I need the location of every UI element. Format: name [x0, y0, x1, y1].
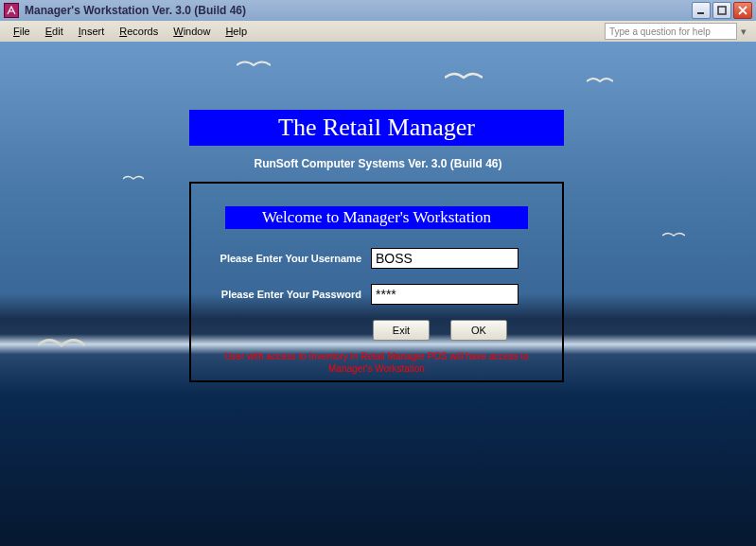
password-label: Please Enter Your Password	[201, 289, 371, 300]
welcome-banner: Welcome to Manager's Workstation	[225, 206, 528, 229]
help-search-input[interactable]: Type a question for help	[605, 23, 737, 40]
svg-rect-0	[697, 12, 704, 14]
menu-insert[interactable]: Insert	[71, 24, 113, 39]
minimize-button[interactable]	[692, 2, 711, 19]
password-input[interactable]	[371, 284, 519, 305]
window-title: Manager's Workstation Ver. 3.0 (Build 46…	[25, 4, 692, 17]
title-bar: Manager's Workstation Ver. 3.0 (Build 46…	[0, 0, 756, 21]
menu-window[interactable]: Window	[166, 24, 218, 39]
app-subtitle: RunSoft Computer Systems Ver. 3.0 (Build…	[0, 157, 756, 170]
access-note-line2: Manager's Workstation	[328, 363, 425, 374]
menu-file[interactable]: File	[6, 24, 38, 39]
bird-decoration	[237, 59, 271, 72]
menu-records[interactable]: Records	[112, 24, 166, 39]
bird-decoration	[123, 174, 144, 184]
app-title-banner: The Retail Manager	[189, 110, 564, 146]
menu-bar: File Edit Insert Records Window Help Typ…	[0, 21, 756, 42]
menu-help[interactable]: Help	[218, 24, 255, 39]
login-panel: Welcome to Manager's Workstation Please …	[189, 182, 564, 382]
help-search-dropdown-icon[interactable]: ▾	[737, 23, 750, 40]
bird-decoration	[38, 335, 85, 356]
bird-decoration	[445, 70, 483, 85]
access-note-line1: User with access to Inventory in Retail …	[224, 351, 529, 361]
svg-rect-1	[718, 7, 726, 14]
app-icon	[4, 3, 19, 18]
ok-button[interactable]: OK	[450, 320, 507, 341]
bird-decoration	[587, 76, 613, 87]
username-label: Please Enter Your Username	[201, 253, 371, 264]
maximize-button[interactable]	[712, 2, 731, 19]
content-area: The Retail Manager RunSoft Computer Syst…	[0, 42, 756, 546]
exit-button[interactable]: Exit	[373, 320, 430, 341]
access-note: User with access to Inventory in Retail …	[191, 350, 562, 375]
menu-edit[interactable]: Edit	[38, 24, 71, 39]
help-search-placeholder: Type a question for help	[609, 26, 711, 37]
bird-decoration	[662, 231, 685, 240]
close-button[interactable]	[733, 2, 752, 19]
username-input[interactable]	[371, 248, 519, 269]
